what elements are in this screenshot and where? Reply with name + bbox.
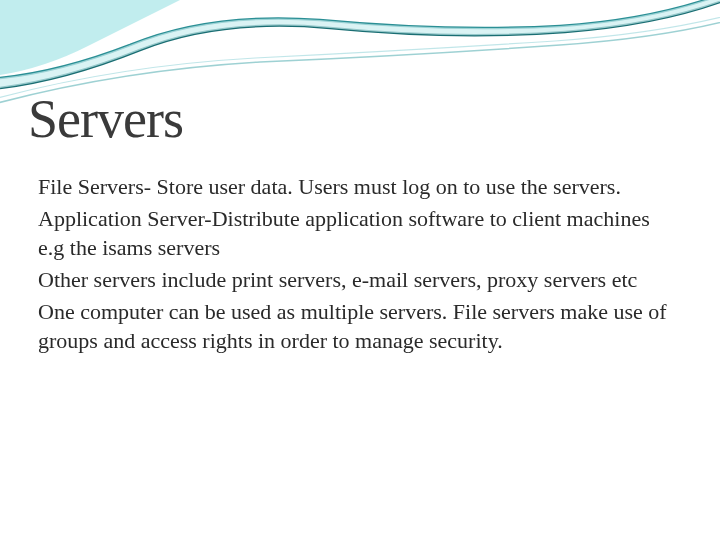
body-paragraph: One computer can be used as multiple ser…	[38, 297, 678, 356]
slide-body: File Servers- Store user data. Users mus…	[38, 172, 678, 358]
body-paragraph: Other servers include print servers, e-m…	[38, 265, 678, 295]
body-paragraph: Application Server-Distribute applicatio…	[38, 204, 678, 263]
slide-title: Servers	[28, 88, 183, 150]
body-paragraph: File Servers- Store user data. Users mus…	[38, 172, 678, 202]
